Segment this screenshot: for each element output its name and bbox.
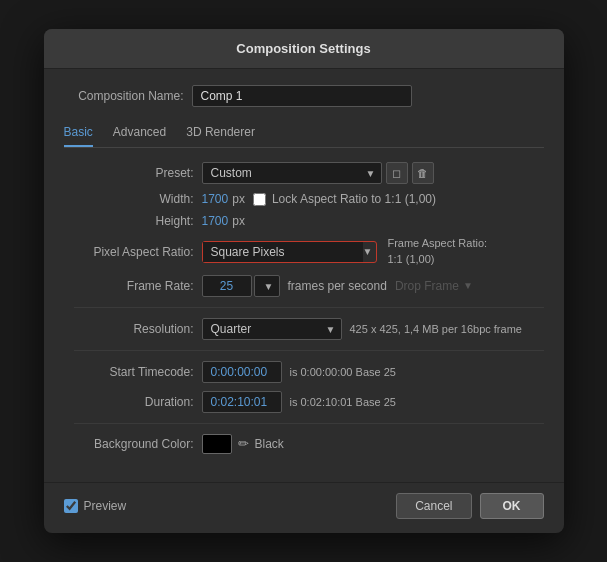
comp-name-label: Composition Name: (64, 89, 184, 103)
drop-frame-arrow: ▼ (463, 280, 473, 291)
width-label: Width: (74, 192, 194, 206)
frame-rate-row: Frame Rate: ▼ frames per second Drop Fra… (74, 275, 544, 297)
preset-label: Preset: (74, 166, 194, 180)
tabs-bar: Basic Advanced 3D Renderer (64, 121, 544, 148)
tab-3d-renderer[interactable]: 3D Renderer (186, 121, 255, 147)
drop-frame-label: Drop Frame (395, 279, 459, 293)
resolution-select-wrapper: Quarter Full Half Third ▼ (202, 318, 342, 340)
divider-2 (74, 350, 544, 351)
basic-settings-section: Preset: Custom HDTV 1080 24 HDTV 1080 25… (64, 162, 544, 454)
preview-checkbox[interactable] (64, 499, 78, 513)
preset-select[interactable]: Custom HDTV 1080 24 HDTV 1080 25 (202, 162, 382, 184)
ok-button[interactable]: OK (480, 493, 544, 519)
preview-wrap: Preview (64, 499, 127, 513)
height-unit: px (232, 214, 245, 228)
duration-row: Duration: 0:02:10:01 is 0:02:10:01 Base … (74, 391, 544, 413)
bg-color-name: Black (255, 437, 284, 451)
cancel-button[interactable]: Cancel (396, 493, 471, 519)
resolution-info: 425 x 425, 1,4 MB per 16bpc frame (350, 323, 522, 335)
pixel-aspect-select-wrapper: Square Pixels D1/DV NTSC D1/DV PAL ▼ (202, 241, 378, 263)
height-row: Height: 1700 px (74, 214, 544, 228)
pixel-aspect-arrow: ▼ (363, 246, 373, 257)
lock-aspect-checkbox[interactable] (253, 193, 266, 206)
eyedropper-icon[interactable]: ✏ (238, 436, 249, 451)
dialog-footer: Preview Cancel OK (44, 482, 564, 533)
dialog-title: Composition Settings (44, 29, 564, 69)
divider-3 (74, 423, 544, 424)
duration-value[interactable]: 0:02:10:01 (202, 391, 282, 413)
tab-advanced[interactable]: Advanced (113, 121, 166, 147)
footer-buttons: Cancel OK (396, 493, 543, 519)
bg-color-label: Background Color: (74, 437, 194, 451)
dialog-body: Composition Name: Basic Advanced 3D Rend… (44, 69, 564, 474)
width-unit: px (232, 192, 245, 206)
duration-info: is 0:02:10:01 Base 25 (290, 396, 396, 408)
frame-rate-input[interactable] (202, 275, 252, 297)
lock-aspect-label: Lock Aspect Ratio to 1:1 (1,00) (272, 192, 436, 206)
lock-aspect-row: Lock Aspect Ratio to 1:1 (1,00) (253, 192, 436, 206)
start-timecode-label: Start Timecode: (74, 365, 194, 379)
comp-name-row: Composition Name: (64, 85, 544, 107)
resolution-row: Resolution: Quarter Full Half Third ▼ 42… (74, 318, 544, 340)
preset-delete-button[interactable]: 🗑 (412, 162, 434, 184)
fps-unit-label: frames per second (288, 279, 387, 293)
start-timecode-value[interactable]: 0:00:00:00 (202, 361, 282, 383)
pixel-aspect-label: Pixel Aspect Ratio: (74, 245, 194, 259)
preview-label: Preview (84, 499, 127, 513)
comp-name-input[interactable] (192, 85, 412, 107)
height-label: Height: (74, 214, 194, 228)
tab-basic[interactable]: Basic (64, 121, 93, 147)
frame-aspect-value: 1:1 (1,00) (387, 253, 434, 265)
frame-aspect-label: Frame Aspect Ratio: (387, 237, 487, 249)
height-value[interactable]: 1700 (202, 214, 229, 228)
start-timecode-info: is 0:00:00:00 Base 25 (290, 366, 396, 378)
width-value[interactable]: 1700 (202, 192, 229, 206)
composition-settings-dialog: Composition Settings Composition Name: B… (44, 29, 564, 533)
frame-rate-select-wrapper: ▼ (254, 275, 280, 297)
bg-color-swatch[interactable] (202, 434, 232, 454)
resolution-select[interactable]: Quarter Full Half Third (202, 318, 342, 340)
preset-select-wrapper: Custom HDTV 1080 24 HDTV 1080 25 ▼ (202, 162, 382, 184)
width-row: Width: 1700 px Lock Aspect Ratio to 1:1 … (74, 192, 544, 206)
start-timecode-row: Start Timecode: 0:00:00:00 is 0:00:00:00… (74, 361, 544, 383)
duration-label: Duration: (74, 395, 194, 409)
divider-1 (74, 307, 544, 308)
frame-rate-select[interactable] (254, 275, 280, 297)
frame-rate-label: Frame Rate: (74, 279, 194, 293)
preset-save-button[interactable]: ◻ (386, 162, 408, 184)
resolution-label: Resolution: (74, 322, 194, 336)
frame-aspect-info: Frame Aspect Ratio: 1:1 (1,00) (387, 236, 487, 267)
bg-color-row: Background Color: ✏ Black (74, 434, 544, 454)
pixel-aspect-row: Pixel Aspect Ratio: Square Pixels D1/DV … (74, 236, 544, 267)
preset-row: Preset: Custom HDTV 1080 24 HDTV 1080 25… (74, 162, 544, 184)
pixel-aspect-select[interactable]: Square Pixels D1/DV NTSC D1/DV PAL (203, 242, 363, 262)
